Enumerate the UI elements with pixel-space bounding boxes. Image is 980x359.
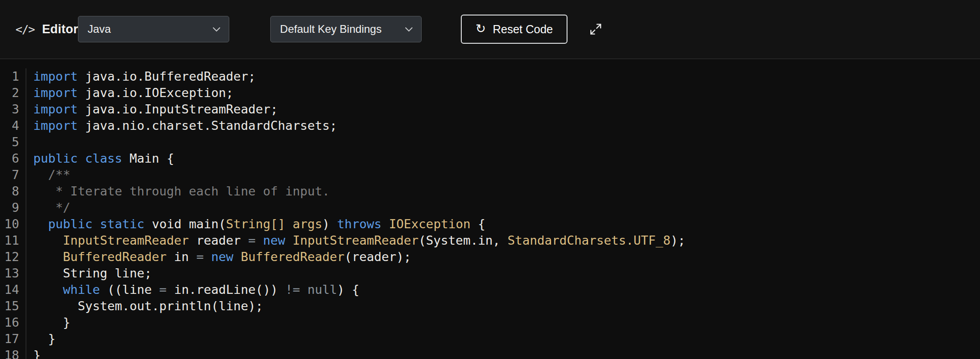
line-number: 9 <box>0 200 26 216</box>
code-line[interactable]: 18} <box>0 347 980 359</box>
line-number: 10 <box>0 216 26 232</box>
code-text: String line; <box>26 265 152 282</box>
code-line[interactable]: 14 while ((line = in.readLine()) != null… <box>0 282 980 298</box>
expand-icon[interactable] <box>588 22 603 36</box>
line-number: 3 <box>0 101 26 118</box>
code-text: import java.io.InputStreamReader; <box>26 101 278 118</box>
code-line[interactable]: 10 public static void main(String[] args… <box>0 216 980 232</box>
code-text: public static void main(String[] args) t… <box>26 216 485 232</box>
line-number: 4 <box>0 118 26 134</box>
line-number: 2 <box>0 85 26 101</box>
code-text: while ((line = in.readLine()) != null) { <box>26 282 359 298</box>
code-text: import java.io.BufferedReader; <box>26 68 256 85</box>
line-number: 12 <box>0 249 26 265</box>
code-line[interactable]: 15 System.out.println(line); <box>0 298 980 314</box>
line-number: 7 <box>0 167 26 183</box>
code-text: InputStreamReader reader = new InputStre… <box>26 232 686 249</box>
code-line[interactable]: 11 InputStreamReader reader = new InputS… <box>0 232 980 249</box>
code-line[interactable]: 7 /** <box>0 167 980 183</box>
chevron-down-icon <box>212 27 221 32</box>
code-line[interactable]: 12 BufferedReader in = new BufferedReade… <box>0 249 980 265</box>
reset-icon: ↻ <box>475 23 486 35</box>
code-text: System.out.println(line); <box>26 298 263 314</box>
code-text: import java.nio.charset.StandardCharsets… <box>26 118 337 134</box>
page-title: Editor <box>42 22 78 36</box>
line-number: 8 <box>0 183 26 200</box>
code-line[interactable]: 13 String line; <box>0 265 980 282</box>
code-line[interactable]: 3import java.io.InputStreamReader; <box>0 101 980 118</box>
keybindings-select-value: Default Key Bindings <box>280 23 382 36</box>
code-icon: </> <box>15 23 35 36</box>
chevron-down-icon <box>405 27 413 32</box>
line-number: 16 <box>0 314 26 331</box>
code-line[interactable]: 1import java.io.BufferedReader; <box>0 68 980 85</box>
code-line[interactable]: 2import java.io.IOException; <box>0 85 980 101</box>
header: </> Editor Java Default Key Bindings ↻ R… <box>0 0 980 59</box>
line-number: 18 <box>0 347 26 359</box>
line-number: 17 <box>0 331 26 347</box>
code-text: } <box>26 314 70 331</box>
code-text: } <box>26 347 41 359</box>
code-text <box>26 134 33 150</box>
code-line[interactable]: 4import java.nio.charset.StandardCharset… <box>0 118 980 134</box>
code-line[interactable]: 8 * Iterate through each line of input. <box>0 183 980 200</box>
code-text: /** <box>26 167 70 183</box>
editor-title: </> Editor <box>15 22 78 36</box>
line-number: 5 <box>0 134 26 150</box>
code-text: public class Main { <box>26 150 174 167</box>
code-line[interactable]: 6public class Main { <box>0 150 980 167</box>
line-number: 13 <box>0 265 26 282</box>
reset-code-button[interactable]: ↻ Reset Code <box>461 15 567 44</box>
language-select[interactable]: Java <box>78 16 229 42</box>
code-line[interactable]: 17 } <box>0 331 980 347</box>
language-select-value: Java <box>88 23 111 36</box>
reset-code-label: Reset Code <box>493 23 553 36</box>
line-number: 1 <box>0 68 26 85</box>
code-text: } <box>26 331 56 347</box>
keybindings-select[interactable]: Default Key Bindings <box>270 16 422 42</box>
code-line[interactable]: 16 } <box>0 314 980 331</box>
line-number: 14 <box>0 282 26 298</box>
code-text: */ <box>26 200 70 216</box>
code-text: BufferedReader in = new BufferedReader(r… <box>26 249 411 265</box>
code-text: import java.io.IOException; <box>26 85 233 101</box>
line-number: 15 <box>0 298 26 314</box>
line-number: 11 <box>0 232 26 249</box>
code-editor[interactable]: 1import java.io.BufferedReader;2import j… <box>0 59 980 359</box>
code-line[interactable]: 9 */ <box>0 200 980 216</box>
code-line[interactable]: 5 <box>0 134 980 150</box>
line-number: 6 <box>0 150 26 167</box>
code-text: * Iterate through each line of input. <box>26 183 330 200</box>
